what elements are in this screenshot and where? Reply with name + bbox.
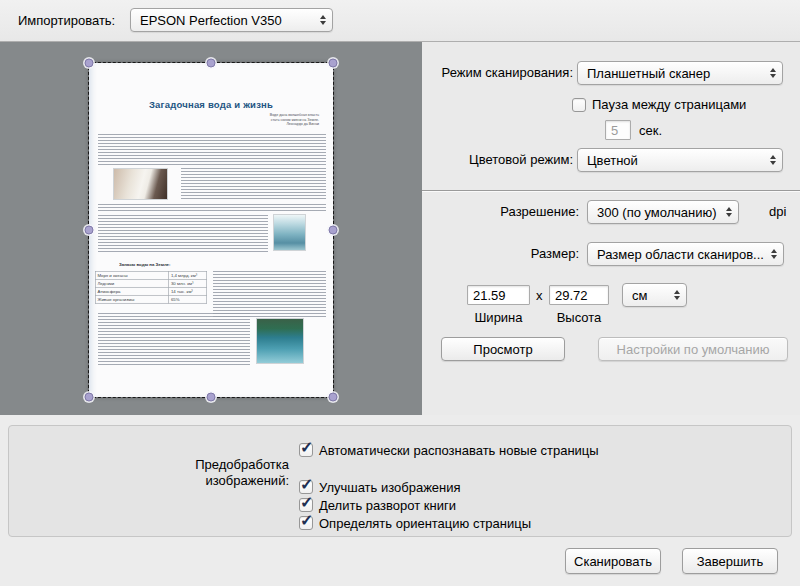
auto-detect-pages-checkbox[interactable]: [299, 443, 313, 457]
selection-handle[interactable]: [329, 59, 338, 68]
color-mode-dropdown[interactable]: Цветной: [577, 148, 783, 172]
size-label: Размер:: [422, 246, 579, 261]
section-divider: [422, 190, 800, 191]
seconds-label: сек.: [639, 123, 662, 138]
water-glass-photo: [273, 214, 306, 251]
preprocess-panel: Предобработка изображений: Автоматически…: [8, 425, 792, 537]
import-device-dropdown[interactable]: EPSON Perfection V350: [130, 8, 333, 32]
stepper-icon: [771, 249, 777, 259]
scan-mode-label: Режим сканирования:: [422, 65, 573, 80]
stepper-icon: [770, 155, 776, 165]
enhance-images-checkbox[interactable]: [299, 480, 313, 494]
resolution-value: 300 (по умолчанию): [597, 205, 717, 220]
scan-mode-value: Планшетный сканер: [587, 66, 710, 81]
detect-orientation-checkbox[interactable]: [299, 516, 313, 530]
split-spread-checkbox[interactable]: [299, 498, 313, 512]
scanned-page-preview: Загадочная вода и жизнь Воде дана волшеб…: [89, 63, 333, 397]
option-auto-detect-pages[interactable]: Автоматически распознавать новые страниц…: [299, 442, 599, 458]
height-field[interactable]: [549, 285, 609, 305]
resolution-dropdown[interactable]: 300 (по умолчанию): [587, 200, 739, 224]
color-mode-label: Цветовой режим:: [422, 152, 573, 167]
selection-handle[interactable]: [85, 393, 94, 402]
selection-handle[interactable]: [329, 393, 338, 402]
option-label: Улучшать изображения: [319, 480, 461, 495]
unit-value: см: [632, 288, 647, 303]
resolution-label: Разрешение:: [422, 204, 579, 219]
option-enhance-images[interactable]: Улучшать изображения: [299, 479, 461, 495]
selection-handle[interactable]: [85, 226, 94, 235]
color-mode-value: Цветной: [587, 153, 638, 168]
table-row: Атмосфера 14 тыс. км³: [95, 287, 206, 295]
import-label: Импортировать:: [18, 13, 115, 28]
scan-preview-area: Загадочная вода и жизнь Воде дана волшеб…: [0, 42, 422, 415]
stepper-icon: [770, 68, 776, 78]
water-reserves-table: Моря и океаны 1,4 млрд. км³ Ледники 30 м…: [95, 271, 207, 304]
scan-button[interactable]: Сканировать: [565, 548, 661, 574]
table-row: Моря и океаны 1,4 млрд. км³: [95, 271, 206, 279]
option-split-spread[interactable]: Делить разворот книги: [299, 497, 456, 513]
bottom-section: Предобработка изображений: Автоматически…: [0, 415, 800, 586]
height-caption: Высота: [549, 310, 609, 325]
scan-mode-dropdown[interactable]: Планшетный сканер: [577, 61, 783, 85]
simulated-text-block: [213, 271, 326, 317]
selection-handle[interactable]: [85, 59, 94, 68]
selection-handle[interactable]: [329, 226, 338, 235]
pause-option: Пауза между страницами: [572, 97, 746, 112]
stepper-icon: [726, 207, 732, 217]
option-label: Автоматически распознавать новые страниц…: [319, 443, 599, 458]
stepper-icon: [674, 290, 680, 300]
scan-selection-region[interactable]: Загадочная вода и жизнь Воде дана волшеб…: [88, 62, 334, 398]
dialog-actions: Сканировать Завершить: [0, 548, 800, 586]
default-settings-button[interactable]: Настройки по умолчанию: [598, 337, 788, 361]
stepper-icon: [320, 15, 326, 25]
selection-handle[interactable]: [207, 59, 216, 68]
import-device-value: EPSON Perfection V350: [140, 13, 282, 28]
document-table-heading: Запасы воды на Земле:: [119, 262, 170, 266]
dpi-label: dpi: [769, 204, 786, 219]
simulated-text-block: [98, 204, 326, 213]
simulated-text-block: [98, 313, 250, 365]
simulated-text-block: [98, 215, 268, 252]
pause-label: Пауза между страницами: [592, 97, 746, 112]
scan-settings-panel: Режим сканирования: Планшетный сканер Па…: [422, 42, 800, 415]
simulated-text-block: [98, 134, 326, 165]
selection-handle[interactable]: [207, 393, 216, 402]
pause-seconds-field[interactable]: [605, 120, 631, 140]
width-field[interactable]: [467, 285, 530, 305]
unit-dropdown[interactable]: см: [622, 283, 687, 307]
preprocess-label: Предобработка изображений:: [29, 457, 289, 489]
option-label: Делить разворот книги: [319, 498, 456, 513]
preview-button[interactable]: Просмотр: [441, 337, 565, 361]
option-detect-orientation[interactable]: Определять ориентацию страницы: [299, 515, 531, 531]
simulated-text-block: [181, 168, 326, 200]
leaves-water-photo: [256, 318, 304, 364]
lab-photo: [113, 168, 168, 200]
size-dropdown[interactable]: Размер области сканиров...: [587, 242, 784, 266]
document-epigraph: Воде дана волшебная власть стать соком ж…: [209, 113, 319, 126]
table-row: Живые организмы 65%: [95, 295, 206, 303]
pause-checkbox[interactable]: [572, 98, 586, 112]
size-value: Размер области сканиров...: [597, 247, 764, 262]
finish-button[interactable]: Завершить: [682, 548, 778, 574]
width-caption: Ширина: [467, 310, 530, 325]
times-label: x: [536, 288, 543, 303]
import-toolbar: Импортировать: EPSON Perfection V350: [0, 0, 800, 42]
table-row: Ледники 30 млн. км³: [95, 279, 206, 287]
option-label: Определять ориентацию страницы: [319, 516, 531, 531]
document-title: Загадочная вода и жизнь: [89, 99, 333, 110]
